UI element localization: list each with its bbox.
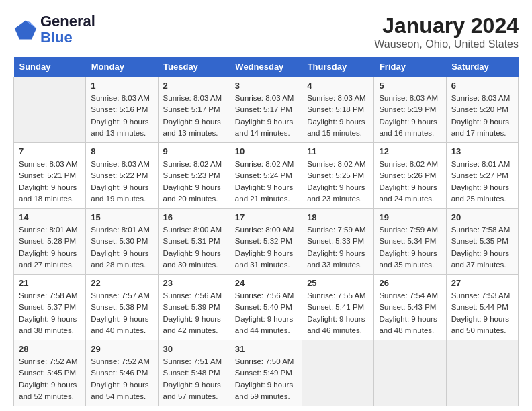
day-info: Sunrise: 7:59 AMSunset: 5:34 PMDaylight:… — [379, 224, 441, 271]
daylight: Daylight: 9 hours and 59 minutes. — [235, 381, 293, 400]
sunrise: Sunrise: 8:02 AM — [163, 160, 222, 168]
sunrise: Sunrise: 8:00 AM — [163, 226, 222, 234]
sunset: Sunset: 5:19 PM — [379, 105, 436, 113]
sunrise: Sunrise: 7:52 AM — [19, 357, 78, 365]
day-info: Sunrise: 7:59 AMSunset: 5:33 PMDaylight:… — [307, 224, 369, 271]
logo-icon — [13, 17, 38, 42]
day-info: Sunrise: 8:00 AMSunset: 5:32 PMDaylight:… — [235, 224, 297, 271]
sunrise: Sunrise: 8:01 AM — [91, 226, 150, 234]
day-info: Sunrise: 7:53 AMSunset: 5:44 PMDaylight:… — [451, 290, 513, 336]
sunset: Sunset: 5:18 PM — [307, 105, 364, 113]
calendar-cell: 4Sunrise: 8:03 AMSunset: 5:18 PMDaylight… — [302, 77, 374, 143]
sunset: Sunset: 5:35 PM — [451, 237, 508, 245]
daylight: Daylight: 9 hours and 52 minutes. — [19, 381, 77, 400]
daylight: Daylight: 9 hours and 44 minutes. — [235, 315, 293, 334]
sunrise: Sunrise: 8:03 AM — [235, 94, 294, 102]
day-info: Sunrise: 7:52 AMSunset: 5:46 PMDaylight:… — [91, 356, 152, 402]
daylight: Daylight: 9 hours and 54 minutes. — [91, 381, 148, 400]
calendar-body: 1Sunrise: 8:03 AMSunset: 5:16 PMDaylight… — [14, 77, 519, 406]
sunrise: Sunrise: 8:01 AM — [451, 160, 511, 168]
sunrise: Sunrise: 8:00 AM — [235, 226, 294, 234]
calendar-cell: 27Sunrise: 7:53 AMSunset: 5:44 PMDayligh… — [446, 275, 518, 340]
day-number: 19 — [379, 212, 441, 222]
sunset: Sunset: 5:48 PM — [163, 369, 220, 377]
calendar-cell: 14Sunrise: 8:01 AMSunset: 5:28 PMDayligh… — [14, 209, 86, 275]
week-row-0: 1Sunrise: 8:03 AMSunset: 5:16 PMDaylight… — [14, 77, 519, 143]
sunrise: Sunrise: 7:59 AM — [379, 226, 438, 234]
calendar-cell: 9Sunrise: 8:02 AMSunset: 5:23 PMDaylight… — [158, 143, 230, 209]
day-info: Sunrise: 8:02 AMSunset: 5:25 PMDaylight:… — [307, 158, 369, 205]
sunrise: Sunrise: 7:52 AM — [91, 357, 150, 365]
calendar-cell: 15Sunrise: 8:01 AMSunset: 5:30 PMDayligh… — [86, 209, 158, 275]
sunset: Sunset: 5:33 PM — [307, 237, 364, 245]
sunset: Sunset: 5:46 PM — [91, 369, 148, 377]
week-row-2: 14Sunrise: 8:01 AMSunset: 5:28 PMDayligh… — [14, 209, 519, 275]
calendar-cell: 22Sunrise: 7:57 AMSunset: 5:38 PMDayligh… — [86, 275, 158, 340]
calendar-cell: 6Sunrise: 8:03 AMSunset: 5:20 PMDaylight… — [446, 77, 518, 143]
daylight: Daylight: 9 hours and 15 minutes. — [307, 118, 365, 137]
calendar-cell: 13Sunrise: 8:01 AMSunset: 5:27 PMDayligh… — [446, 143, 518, 209]
day-info: Sunrise: 8:03 AMSunset: 5:21 PMDaylight:… — [19, 158, 81, 205]
page-title: January 2024 — [374, 13, 519, 38]
header-day-friday: Friday — [374, 57, 446, 77]
sunset: Sunset: 5:44 PM — [451, 303, 508, 311]
sunrise: Sunrise: 8:01 AM — [19, 226, 78, 234]
calendar-cell: 31Sunrise: 7:50 AMSunset: 5:49 PMDayligh… — [230, 340, 302, 406]
sunrise: Sunrise: 7:51 AM — [163, 357, 222, 365]
day-info: Sunrise: 8:03 AMSunset: 5:17 PMDaylight:… — [163, 93, 225, 139]
daylight: Daylight: 9 hours and 33 minutes. — [307, 249, 365, 269]
day-number: 4 — [307, 81, 369, 91]
day-info: Sunrise: 8:03 AMSunset: 5:20 PMDaylight:… — [451, 93, 513, 139]
day-info: Sunrise: 7:56 AMSunset: 5:39 PMDaylight:… — [163, 290, 225, 336]
day-number: 30 — [163, 344, 225, 354]
sunrise: Sunrise: 8:02 AM — [379, 160, 438, 168]
day-number: 31 — [235, 344, 297, 354]
calendar-cell: 23Sunrise: 7:56 AMSunset: 5:39 PMDayligh… — [158, 275, 230, 340]
sunset: Sunset: 5:16 PM — [91, 105, 148, 113]
calendar-cell: 20Sunrise: 7:58 AMSunset: 5:35 PMDayligh… — [446, 209, 518, 275]
daylight: Daylight: 9 hours and 37 minutes. — [451, 249, 509, 269]
header-day-monday: Monday — [86, 57, 158, 77]
calendar-cell: 2Sunrise: 8:03 AMSunset: 5:17 PMDaylight… — [158, 77, 230, 143]
sunrise: Sunrise: 7:58 AM — [451, 226, 511, 234]
day-number: 5 — [379, 81, 441, 91]
sunrise: Sunrise: 7:53 AM — [451, 291, 511, 300]
day-info: Sunrise: 8:03 AMSunset: 5:19 PMDaylight:… — [379, 93, 441, 139]
day-info: Sunrise: 7:56 AMSunset: 5:40 PMDaylight:… — [235, 290, 297, 336]
header-day-sunday: Sunday — [14, 57, 86, 77]
sunrise: Sunrise: 7:59 AM — [307, 226, 366, 234]
day-number: 28 — [19, 344, 81, 354]
calendar-cell: 10Sunrise: 8:02 AMSunset: 5:24 PMDayligh… — [230, 143, 302, 209]
calendar-cell: 30Sunrise: 7:51 AMSunset: 5:48 PMDayligh… — [158, 340, 230, 406]
calendar-cell — [446, 340, 518, 406]
sunset: Sunset: 5:30 PM — [91, 237, 148, 245]
daylight: Daylight: 9 hours and 18 minutes. — [19, 183, 77, 203]
day-number: 1 — [91, 81, 152, 91]
week-row-3: 21Sunrise: 7:58 AMSunset: 5:37 PMDayligh… — [14, 275, 519, 340]
calendar-cell: 1Sunrise: 8:03 AMSunset: 5:16 PMDaylight… — [86, 77, 158, 143]
day-number: 11 — [307, 146, 369, 156]
daylight: Daylight: 9 hours and 27 minutes. — [19, 249, 77, 269]
day-number: 7 — [19, 146, 81, 156]
calendar-cell — [302, 340, 374, 406]
logo-text: General Blue — [40, 13, 95, 46]
daylight: Daylight: 9 hours and 35 minutes. — [379, 249, 437, 269]
calendar-cell: 28Sunrise: 7:52 AMSunset: 5:45 PMDayligh… — [14, 340, 86, 406]
week-row-1: 7Sunrise: 8:03 AMSunset: 5:21 PMDaylight… — [14, 143, 519, 209]
daylight: Daylight: 9 hours and 13 minutes. — [91, 118, 148, 137]
daylight: Daylight: 9 hours and 42 minutes. — [163, 315, 221, 334]
day-number: 9 — [163, 146, 225, 156]
day-number: 26 — [379, 278, 441, 288]
sunset: Sunset: 5:34 PM — [379, 237, 436, 245]
sunrise: Sunrise: 8:03 AM — [163, 94, 222, 102]
sunset: Sunset: 5:20 PM — [451, 105, 508, 113]
day-info: Sunrise: 8:02 AMSunset: 5:24 PMDaylight:… — [235, 158, 297, 205]
sunset: Sunset: 5:21 PM — [19, 171, 76, 179]
day-number: 3 — [235, 81, 297, 91]
sunrise: Sunrise: 7:56 AM — [163, 291, 222, 300]
day-number: 27 — [451, 278, 513, 288]
day-number: 18 — [307, 212, 369, 222]
sunset: Sunset: 5:22 PM — [91, 171, 148, 179]
calendar-cell: 17Sunrise: 8:00 AMSunset: 5:32 PMDayligh… — [230, 209, 302, 275]
day-number: 6 — [451, 81, 513, 91]
